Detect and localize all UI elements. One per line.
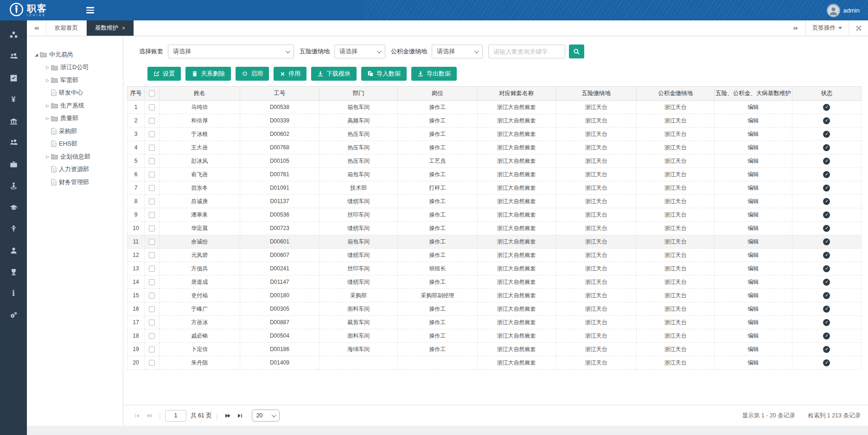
users-alt-icon[interactable] — [0, 132, 27, 154]
row-checkbox[interactable] — [149, 198, 155, 205]
edit-link[interactable]: 编辑 — [748, 198, 759, 205]
tree-item[interactable]: ▷生产系统 — [32, 99, 119, 112]
trash-action-button[interactable]: 关系删除 — [185, 67, 231, 81]
download-action-button[interactable]: 下载模块 — [311, 67, 357, 81]
tree-item[interactable]: 采购部 — [32, 125, 119, 138]
tab-close-icon[interactable]: × — [122, 25, 125, 32]
tab-operations-button[interactable]: 页签操作 — [805, 20, 849, 36]
edit-link[interactable]: 编辑 — [748, 157, 759, 165]
tab-2[interactable]: 基数维护× — [87, 20, 134, 36]
status-check-icon[interactable]: ✓ — [823, 333, 830, 339]
users-icon[interactable] — [0, 46, 27, 68]
trophy-icon[interactable] — [0, 262, 27, 283]
row-checkbox[interactable] — [149, 266, 155, 272]
row-checkbox[interactable] — [149, 185, 155, 191]
table-row[interactable]: 10华定晨D00723缝纫车间操作工浙江大自然账套浙江天台浙江天台编辑✓ — [127, 222, 862, 235]
row-checkbox[interactable] — [149, 293, 155, 299]
table-row[interactable]: 2和倍厚D00339高频车间操作工浙江大自然账套浙江天台浙江天台编辑✓ — [127, 114, 862, 128]
row-checkbox[interactable] — [149, 172, 155, 178]
table-row[interactable]: 7苗东冬D01091技术部打样工浙江大自然账套浙江天台浙江天台编辑✓ — [127, 181, 862, 195]
edit-link[interactable]: 编辑 — [748, 265, 759, 273]
tree-item[interactable]: ▷浙江D公司 — [32, 61, 119, 74]
last-page-button[interactable] — [234, 409, 246, 422]
import-action-button[interactable]: 导入数据 — [361, 67, 407, 81]
status-check-icon[interactable]: ✓ — [823, 252, 830, 259]
power-action-button[interactable]: 启用 — [236, 67, 269, 81]
status-check-icon[interactable]: ✓ — [823, 292, 830, 299]
status-check-icon[interactable]: ✓ — [823, 158, 830, 165]
table-row[interactable]: 8昌诚庚D01137缝纫车间操作工浙江大自然账套浙江天台浙江天台编辑✓ — [127, 195, 862, 208]
cogs-icon[interactable] — [0, 305, 27, 326]
edit-link[interactable]: 编辑 — [748, 184, 759, 192]
yen-icon[interactable]: ¥ — [0, 89, 27, 111]
edit-link[interactable]: 编辑 — [748, 332, 759, 340]
tree-item[interactable]: EHS部 — [32, 138, 119, 151]
status-check-icon[interactable]: ✓ — [823, 279, 830, 286]
table-row[interactable]: 3于冰根D00602热压车间操作工浙江大自然账套浙江天台浙江天台编辑✓ — [127, 128, 862, 141]
tree-item[interactable]: ▷质量部 — [32, 112, 119, 125]
caret-closed-icon[interactable]: ▷ — [45, 65, 51, 70]
status-check-icon[interactable]: ✓ — [823, 185, 830, 192]
briefcase-icon[interactable] — [0, 154, 27, 175]
row-checkbox[interactable] — [149, 346, 155, 352]
row-checkbox[interactable] — [149, 131, 155, 137]
search-button[interactable] — [569, 45, 584, 58]
tree-item[interactable]: ▷企划信息部 — [32, 150, 119, 163]
edit-link[interactable]: 编辑 — [748, 319, 759, 326]
row-checkbox[interactable] — [149, 145, 155, 151]
graduation-cap-icon[interactable] — [0, 197, 27, 218]
edit-link[interactable]: 编辑 — [748, 117, 759, 125]
page-number-input[interactable] — [165, 410, 186, 422]
table-row[interactable]: 11余诚纷D00601箱包车间操作工浙江大自然账套浙江天台浙江天台编辑✓ — [127, 235, 862, 249]
user-icon[interactable] — [0, 240, 27, 262]
edit-link[interactable]: 编辑 — [748, 211, 759, 219]
caret-closed-icon[interactable]: ▷ — [45, 116, 51, 121]
info-icon[interactable]: i — [0, 283, 27, 305]
status-check-icon[interactable]: ✓ — [823, 104, 830, 111]
child-icon[interactable] — [0, 218, 27, 240]
prev-page-button[interactable] — [143, 409, 155, 422]
edit-link[interactable]: 编辑 — [748, 103, 759, 111]
table-row[interactable]: 19卜定倍D00186海绵车间操作工浙江大自然账套浙江天台浙江天台编辑✓ — [127, 343, 862, 356]
status-check-icon[interactable]: ✓ — [823, 117, 830, 124]
row-checkbox[interactable] — [149, 104, 155, 110]
row-checkbox[interactable] — [149, 212, 155, 218]
tree-item[interactable]: ▷军需部 — [32, 74, 119, 87]
row-checkbox[interactable] — [149, 306, 155, 312]
x-action-button[interactable]: 停用 — [274, 67, 306, 81]
row-checkbox[interactable] — [149, 252, 155, 258]
status-check-icon[interactable]: ✓ — [823, 359, 830, 366]
cubes-icon[interactable] — [0, 24, 27, 46]
insurance-place-select[interactable]: 请选择 — [334, 45, 385, 58]
table-row[interactable]: 4王大蓓D00768热压车间操作工浙江大自然账套浙江天台浙江天台编辑✓ — [127, 141, 862, 154]
row-checkbox[interactable] — [149, 225, 155, 231]
status-check-icon[interactable]: ✓ — [823, 225, 830, 232]
row-checkbox[interactable] — [149, 158, 155, 164]
tree-item[interactable]: 人力资源部 — [32, 163, 119, 176]
status-check-icon[interactable]: ✓ — [823, 265, 830, 272]
user-menu[interactable]: admin — [827, 4, 868, 17]
account-select[interactable]: 请选择 — [168, 45, 294, 58]
status-check-icon[interactable]: ✓ — [823, 144, 830, 151]
table-row[interactable]: 20朱丹陈D01409浙江大自然账套浙江天台浙江天台编辑✓ — [127, 356, 862, 370]
table-row[interactable]: 6俞飞蓓D00761箱包车间操作工浙江大自然账套浙江天台浙江天台编辑✓ — [127, 168, 862, 181]
search-input[interactable] — [488, 45, 565, 58]
street-view-icon[interactable] — [0, 175, 27, 197]
status-check-icon[interactable]: ✓ — [823, 131, 830, 138]
table-row[interactable]: 18戚必铬D00504面料车间操作工浙江大自然账套浙江天台浙江天台编辑✓ — [127, 329, 862, 343]
select-all-checkbox[interactable] — [149, 90, 155, 96]
tree-item[interactable]: 研发中心 — [32, 87, 119, 100]
table-row[interactable]: 5彭冰风D00105热压车间工艺员浙江大自然账套浙江天台浙江天台编辑✓ — [127, 154, 862, 168]
edit-link[interactable]: 编辑 — [748, 171, 759, 179]
edit-link[interactable]: 编辑 — [748, 251, 759, 259]
export-action-button[interactable]: 导出数据 — [411, 67, 457, 81]
tabs-scroll-left-button[interactable] — [27, 20, 46, 36]
tree-item[interactable]: ◢中元易尚 — [32, 48, 119, 61]
caret-open-icon[interactable]: ◢ — [33, 52, 39, 57]
table-row[interactable]: 1马纯倍D00538箱包车间操作工浙江大自然账套浙江天台浙江天台编辑✓ — [127, 101, 862, 114]
edit-link[interactable]: 编辑 — [748, 224, 759, 232]
page-size-select[interactable]: 20 — [252, 409, 280, 422]
status-check-icon[interactable]: ✓ — [823, 198, 830, 205]
caret-closed-icon[interactable]: ▷ — [45, 154, 51, 159]
table-row[interactable]: 16于峰广D00305面料车间操作工浙江大自然账套浙江天台浙江天台编辑✓ — [127, 302, 862, 316]
